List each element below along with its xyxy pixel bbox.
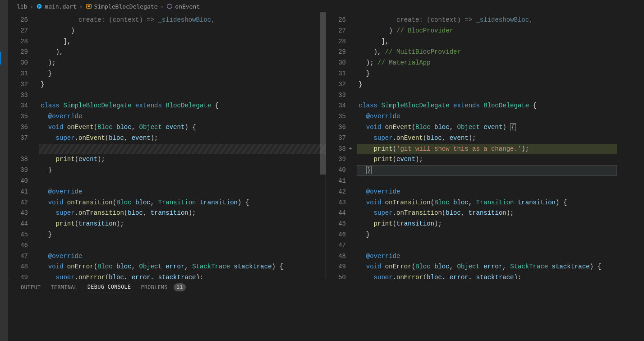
breadcrumb-class[interactable]: SimpleBlocDelegate [86,3,158,10]
activity-bar[interactable] [0,0,8,341]
code-area-left[interactable]: create: (context) => _slideshowBloc, ) ]… [39,12,326,279]
chevron-right-icon: › [79,3,83,10]
diff-original-pane[interactable]: 2627282930313233343536373839404142434445… [8,12,326,279]
breadcrumb-folder[interactable]: lib [17,3,27,10]
code-area-right[interactable]: create: (context) => _slideshowBloc, ) /… [357,12,617,279]
line-number-gutter: 2627282930313233343536373839404142434445… [326,12,357,279]
tab-debug-console[interactable]: DEBUG CONSOLE [87,282,131,292]
panel-tabs: OUTPUT TERMINAL DEBUG CONSOLE PROBLEMS 1… [8,279,644,295]
chevron-right-icon: › [30,3,33,10]
activity-selected-indicator [0,52,1,65]
chevron-right-icon: › [160,3,164,10]
breadcrumb-folder-label: lib [17,3,27,10]
main-area: lib › main.dart › SimpleBlocDelegate › o… [8,0,644,341]
breadcrumb-method-label: onEvent [175,3,200,10]
tab-output[interactable]: OUTPUT [21,282,41,292]
problems-count-badge: 11 [174,283,185,291]
scrollbar-thumb[interactable] [320,12,326,175]
diff-modified-pane[interactable]: 2627282930313233343536373839404142434445… [326,12,644,279]
breadcrumb-class-label: SimpleBlocDelegate [94,3,158,10]
dart-file-icon [36,3,42,9]
breadcrumb[interactable]: lib › main.dart › SimpleBlocDelegate › o… [8,0,644,12]
symbol-class-icon [86,3,92,9]
tab-problems[interactable]: PROBLEMS 11 [141,281,185,293]
diff-editor: 2627282930313233343536373839404142434445… [8,12,644,279]
minimap[interactable] [617,12,644,279]
tab-terminal[interactable]: TERMINAL [51,282,78,292]
symbol-method-icon [166,3,173,9]
breadcrumb-file-label: main.dart [45,3,76,10]
breadcrumb-file[interactable]: main.dart [36,3,76,10]
line-number-gutter: 2627282930313233343536373839404142434445… [8,12,39,279]
breadcrumb-method[interactable]: onEvent [166,3,200,10]
svg-rect-3 [87,5,90,7]
bottom-panel: OUTPUT TERMINAL DEBUG CONSOLE PROBLEMS 1… [8,279,644,341]
svg-marker-4 [167,4,172,9]
tab-problems-label: PROBLEMS [141,284,167,290]
